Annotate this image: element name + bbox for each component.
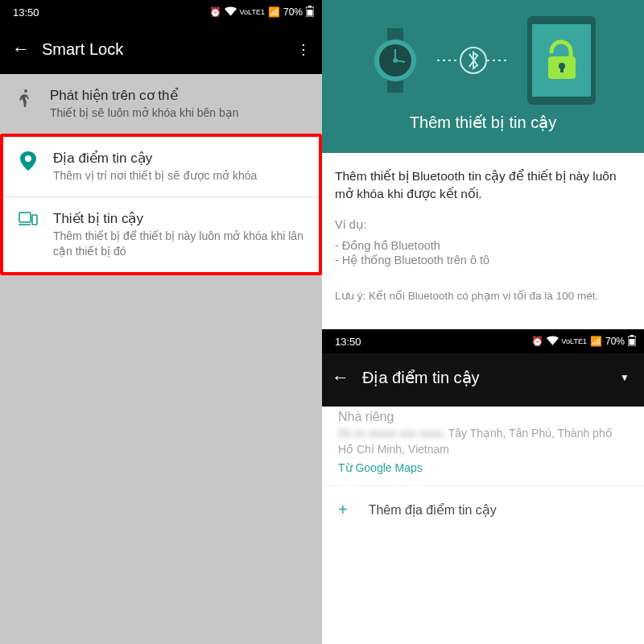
- svg-rect-6: [32, 215, 37, 225]
- item-title: Phát hiện trên cơ thể: [50, 87, 309, 104]
- signal-icon: 📶: [268, 6, 280, 18]
- add-trusted-place-button[interactable]: + Thêm địa điểm tin cậy: [322, 485, 644, 534]
- overflow-menu-button[interactable]: ⋯: [295, 39, 313, 59]
- add-label: Thêm địa điểm tin cậy: [369, 502, 497, 518]
- battery-pct: 70%: [605, 336, 625, 347]
- back-button[interactable]: ←: [8, 36, 34, 62]
- svg-rect-21: [560, 66, 564, 72]
- item-subtitle: Thêm vị trí nơi thiết bị sẽ được mở khóa: [53, 168, 306, 184]
- item-title: Địa điểm tin cậy: [53, 150, 306, 167]
- example-line-2: - Hệ thống Bluetooth trên ô tô: [335, 254, 631, 266]
- svg-rect-4: [19, 213, 31, 222]
- signal-icon: 📶: [590, 336, 602, 347]
- svg-rect-23: [630, 335, 634, 336]
- place-title: Nhà riêng: [338, 410, 628, 424]
- svg-rect-7: [387, 28, 403, 41]
- smartlock-item-places[interactable]: Địa điểm tin cậy Thêm vị trí nơi thiết b…: [3, 137, 319, 197]
- svg-rect-2: [308, 10, 313, 16]
- walk-icon: [13, 87, 37, 108]
- example-label: Ví dụ:: [335, 218, 631, 231]
- account-dropdown[interactable]: ▼: [620, 372, 634, 383]
- network-label: VoLTE1: [240, 9, 265, 15]
- battery-pct: 70%: [283, 6, 303, 18]
- app-bar: ← Smart Lock ⋯: [0, 24, 322, 74]
- wifi-icon: [547, 336, 559, 348]
- trusted-places-panel: 13:50 ⏰ VoLTE1 📶 70% ← Địa điểm tin cậy …: [322, 329, 644, 644]
- highlight-box: Địa điểm tin cậy Thêm vị trí nơi thiết b…: [0, 134, 322, 275]
- clock: 13:50: [330, 336, 361, 348]
- note-text: Lưu ý: Kết nối Bluetooth có phạm vi tối …: [335, 289, 631, 302]
- hero-title: Thêm thiết bị tin cậy: [330, 113, 636, 132]
- page-title: Smart Lock: [34, 40, 295, 59]
- back-button[interactable]: ←: [332, 367, 349, 388]
- location-icon: [16, 150, 40, 171]
- svg-rect-8: [387, 80, 403, 93]
- alarm-icon: ⏰: [209, 6, 221, 18]
- battery-icon: [306, 6, 314, 19]
- watch-icon: [371, 28, 419, 93]
- devices-icon: [16, 210, 40, 226]
- item-subtitle: Thiết bị sẽ luôn mở khóa khi bên bạn: [50, 105, 309, 121]
- item-title: Thiết bị tin cậy: [53, 210, 306, 227]
- network-label: VoLTE1: [562, 338, 587, 345]
- app-bar-places: ← Địa điểm tin cậy ▼: [322, 353, 644, 402]
- clock: 13:50: [8, 6, 39, 19]
- item-subtitle: Thêm thiết bị để thiết bị này luôn mở kh…: [53, 229, 306, 259]
- place-source: Từ Google Maps: [338, 461, 628, 474]
- alarm-icon: ⏰: [531, 336, 543, 347]
- battery-icon: [628, 335, 636, 349]
- hero-banner: Thêm thiết bị tin cậy: [322, 0, 644, 153]
- tablet-unlock-icon: [527, 16, 596, 105]
- place-item-home[interactable]: Nhà riêng 00 xx xxxxx xxx xxxx, Tây Thạn…: [322, 410, 644, 485]
- svg-point-3: [24, 89, 27, 93]
- smartlock-item-devices[interactable]: Thiết bị tin cậy Thêm thiết bị để thiết …: [3, 197, 319, 272]
- empty-area: [0, 275, 322, 644]
- plus-icon: +: [338, 501, 348, 519]
- svg-rect-1: [308, 6, 312, 7]
- wifi-icon: [225, 6, 237, 19]
- place-address: 00 xx xxxxx xxx xxxx, Tây Thạnh, Tân Phú…: [338, 426, 628, 457]
- description-text: Thêm thiết bị Bluetooth tin cậy để thiết…: [335, 167, 631, 202]
- trusted-device-panel: Thêm thiết bị tin cậy Thêm thiết bị Blue…: [322, 0, 644, 329]
- bluetooth-link-icon: [437, 44, 510, 76]
- example-line-1: - Đồng hồ Bluetooth: [335, 239, 631, 252]
- page-title: Địa điểm tin cậy: [349, 368, 620, 387]
- status-bar-right: 13:50 ⏰ VoLTE1 📶 70%: [322, 329, 644, 353]
- svg-rect-24: [630, 339, 635, 345]
- status-bar-left: 13:50 ⏰ VoLTE1 📶 70%: [0, 0, 322, 24]
- smartlock-item-onbody[interactable]: Phát hiện trên cơ thể Thiết bị sẽ luôn m…: [0, 74, 322, 134]
